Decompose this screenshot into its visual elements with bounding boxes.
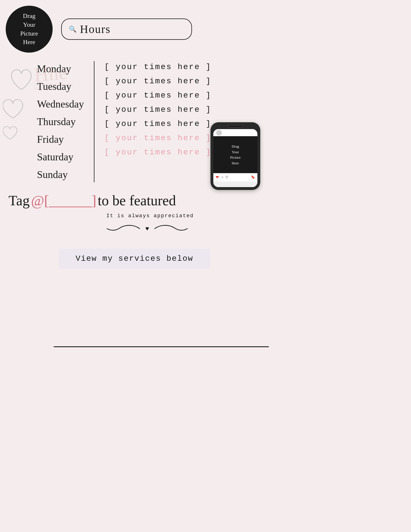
heart-divider-icon: ♥	[145, 225, 149, 232]
tag-handle[interactable]: @[______]	[31, 192, 96, 209]
search-icon: 🔍	[69, 26, 77, 33]
phone-bookmark-icon[interactable]: 🔖	[251, 175, 255, 179]
time-wednesday[interactable]: [ your times here ]	[104, 90, 211, 102]
profile-circle[interactable]: Drag Your Picture Here	[6, 6, 53, 53]
time-tuesday[interactable]: [ your times here ]	[104, 75, 211, 87]
bottom-border-line	[54, 346, 269, 347]
services-button[interactable]: View my services below	[59, 249, 210, 269]
page-container: Drag Your Picture Here 🔍 Hours Hhe HARMO…	[0, 0, 269, 347]
days-column: Monday Tuesday Wednesday Thursday Friday…	[37, 61, 84, 182]
day-saturday: Saturday	[37, 149, 84, 165]
swirl-decoration: ♥	[31, 223, 263, 234]
phone-status-bar	[213, 129, 257, 136]
phone-outer: Drag Your Picture Here ❤ ○ ▽ 🔖	[210, 122, 260, 190]
time-sunday[interactable]: [ your times here ]	[104, 146, 211, 158]
tag-section: Tag @[______] to be featured It is alway…	[9, 192, 263, 234]
phone-mockup: Drag Your Picture Here ❤ ○ ▽ 🔖	[210, 122, 260, 190]
phone-actions: ❤ ○ ▽ 🔖	[213, 173, 257, 181]
profile-drag-text: Drag Your Picture Here	[20, 12, 38, 47]
time-monday[interactable]: [ your times here ]	[104, 61, 211, 73]
phone-comment-icon[interactable]: ○	[221, 175, 223, 179]
day-friday: Friday	[37, 132, 84, 147]
top-section: Drag Your Picture Here 🔍 Hours	[6, 6, 263, 53]
phone-avatar	[216, 130, 222, 136]
phone-drag-text: Drag Your Picture Here	[230, 144, 241, 166]
tag-suffix: to be featured	[98, 192, 176, 209]
phone-notch-bar	[213, 125, 257, 127]
day-tuesday: Tuesday	[37, 79, 84, 94]
tag-line: Tag @[______] to be featured	[9, 192, 263, 209]
schedule-divider	[94, 61, 94, 182]
phone-notch	[228, 125, 243, 127]
phone-share-icon[interactable]: ▽	[226, 175, 228, 179]
time-thursday[interactable]: [ your times here ]	[104, 104, 211, 116]
time-friday[interactable]: [ your times here ]	[104, 118, 211, 130]
phone-bottom	[213, 181, 257, 187]
swirl-left	[106, 223, 142, 234]
day-sunday: Sunday	[37, 167, 84, 182]
search-bar[interactable]: 🔍 Hours	[61, 18, 192, 40]
swirl-right	[152, 223, 189, 234]
time-saturday[interactable]: [ your times here ]	[104, 132, 211, 144]
tag-prefix: Tag	[9, 192, 30, 209]
day-wednesday: Wednesday	[37, 96, 84, 112]
phone-screen: Drag Your Picture Here ❤ ○ ▽ 🔖	[213, 129, 257, 187]
day-monday: Monday	[37, 61, 84, 76]
services-section: View my services below	[6, 249, 263, 269]
times-column: [ your times here ] [ your times here ] …	[104, 61, 211, 182]
phone-heart-icon[interactable]: ❤	[216, 175, 219, 180]
day-thursday: Thursday	[37, 114, 84, 129]
search-label: Hours	[80, 22, 111, 36]
appreciated-text: It is always appreciated	[37, 213, 263, 219]
phone-image-area[interactable]: Drag Your Picture Here	[213, 136, 257, 173]
